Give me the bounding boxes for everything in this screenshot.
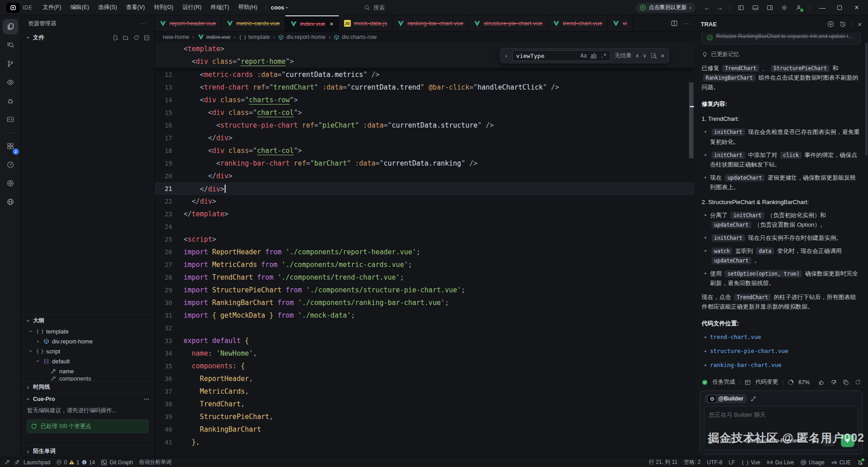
- code-line[interactable]: 15 <div class="chart-col">: [155, 106, 694, 119]
- expand-replace-icon[interactable]: ›: [505, 52, 508, 59]
- outline-item-div.report-home[interactable]: ›div.report-home: [21, 336, 154, 346]
- code-line[interactable]: 37 MetricCards,: [155, 385, 694, 398]
- sparkle-icon[interactable]: [811, 438, 817, 444]
- tab-vi[interactable]: vi: [608, 15, 632, 31]
- tab-structure-pie-chart.vue[interactable]: structure-pie-chart.vue: [469, 15, 548, 31]
- tab-mock-data.js[interactable]: JSmock-data.js: [339, 15, 393, 31]
- more-actions-icon[interactable]: ···: [140, 20, 147, 27]
- chevron-right-icon[interactable]: ›: [35, 338, 41, 344]
- activity-preview[interactable]: [3, 75, 18, 90]
- code-line[interactable]: 32: [155, 322, 694, 334]
- activity-search[interactable]: [3, 38, 18, 53]
- code-line[interactable]: 12 <metric-cards :data="currentData.metr…: [155, 68, 694, 81]
- toggle-sidebar-right-icon[interactable]: [764, 2, 776, 13]
- split-editor-icon[interactable]: [671, 20, 678, 27]
- code-line[interactable]: 34 name: 'NewHome',: [155, 347, 694, 360]
- file-link[interactable]: ranking-bar-chart.vue: [710, 361, 782, 370]
- notifications-bell-icon[interactable]: [857, 459, 863, 466]
- code-line[interactable]: 17 </div>: [155, 132, 694, 144]
- close-tab-icon[interactable]: ×: [330, 20, 333, 28]
- code-change-icon[interactable]: [745, 379, 751, 386]
- close-panel-icon[interactable]: ×: [858, 20, 862, 28]
- activity-source-control[interactable]: [3, 56, 18, 71]
- toggle-panel-bottom-icon[interactable]: [749, 2, 762, 13]
- toggle-sidebar-left-icon[interactable]: [735, 2, 747, 13]
- usage-button[interactable]: Usage: [800, 459, 825, 466]
- file-link[interactable]: structure-pie-chart.vue: [710, 347, 788, 356]
- next-match-icon[interactable]: ∨: [643, 52, 646, 59]
- code-line[interactable]: 20 </div>: [155, 170, 694, 182]
- cue-button[interactable]: CUE: [831, 459, 851, 466]
- account-icon[interactable]: [793, 2, 805, 13]
- outline-item-template[interactable]: ›{ }template: [21, 326, 154, 336]
- refresh-icon[interactable]: [133, 35, 139, 41]
- code-line[interactable]: 33export default {: [155, 334, 694, 347]
- new-file-icon[interactable]: [113, 35, 118, 41]
- outline-item-components[interactable]: components: [21, 376, 154, 381]
- activity-explorer[interactable]: [3, 19, 18, 34]
- code-line[interactable]: 14 <div class="charts-row">: [155, 94, 694, 106]
- back-button[interactable]: ←: [702, 4, 712, 11]
- problems-button[interactable]: 0 1 14: [56, 459, 95, 466]
- section-outline[interactable]: › 大纲: [21, 315, 154, 326]
- chat-textarea[interactable]: 您正在与 Builder 聊天 @ # Gemini-3-Pro-Preview…: [704, 406, 859, 450]
- model-selector[interactable]: Gemini-3-Pro-Preview ›: [745, 438, 805, 444]
- global-search[interactable]: 搜索: [359, 3, 389, 13]
- thumbs-down-icon[interactable]: [830, 379, 837, 386]
- close-find-icon[interactable]: ×: [661, 52, 665, 59]
- encoding[interactable]: UTF-8: [707, 459, 722, 466]
- code-line[interactable]: 40 RankingBarChart: [155, 423, 694, 436]
- agent-chip[interactable]: @Builder: [705, 394, 747, 403]
- code-line[interactable]: 35 components: {: [155, 360, 694, 372]
- mention-icon[interactable]: @: [708, 438, 714, 444]
- code-line[interactable]: 18 <div class="chart-col">: [155, 144, 694, 157]
- activity-settings-sync[interactable]: [3, 176, 18, 191]
- code-editor[interactable]: <template> <div class="report-home"> 12 …: [155, 43, 694, 457]
- copy-icon[interactable]: [843, 379, 849, 386]
- git-graph-button[interactable]: Git Graph: [101, 459, 133, 466]
- outline-item-script[interactable]: ›{ }script: [21, 346, 154, 356]
- regenerate-icon[interactable]: [855, 379, 861, 386]
- outline-item-name[interactable]: name: [21, 366, 154, 376]
- code-line[interactable]: 25<script>: [155, 233, 694, 246]
- code-line[interactable]: 30import RankingBarChart from './compone…: [155, 296, 694, 309]
- section-timeline[interactable]: › 时间线: [21, 381, 154, 393]
- regex-icon[interactable]: .*: [600, 52, 607, 59]
- file-link[interactable]: trend-chart.vue: [710, 333, 761, 342]
- code-line[interactable]: 29import StructurePieChart from './compo…: [155, 284, 694, 296]
- tab-report-header.vue[interactable]: report-header.vue: [155, 15, 222, 31]
- chevron-down-icon[interactable]: ›: [35, 358, 41, 364]
- collapse-all-icon[interactable]: [144, 35, 150, 41]
- minimize-button[interactable]: —: [815, 2, 830, 14]
- indentation[interactable]: 空格: 2: [684, 458, 700, 466]
- auto-analyze-button[interactable]: 自动分析单词: [139, 458, 171, 466]
- code-line[interactable]: 19 <ranking-bar-chart ref="barChart" :da…: [155, 157, 694, 170]
- code-line[interactable]: 21 </div>: [155, 182, 694, 195]
- code-line[interactable]: 23</template>: [155, 208, 694, 220]
- code-line[interactable]: 39 StructurePieChart,: [155, 410, 694, 423]
- tab-trend-chart.vue[interactable]: trend-chart.vue: [548, 15, 608, 31]
- activity-remote-window[interactable]: [3, 112, 18, 127]
- new-folder-icon[interactable]: [123, 35, 129, 41]
- code-change-label[interactable]: 代码变更: [755, 378, 778, 386]
- find-in-selection-icon[interactable]: [651, 52, 657, 59]
- code-line[interactable]: 31import { getMockData } from './mock-da…: [155, 309, 694, 322]
- menu-item[interactable]: 终端(T): [207, 2, 233, 13]
- find-input[interactable]: viewType Aa ab .*: [512, 50, 611, 61]
- activity-extensions[interactable]: 2: [3, 138, 18, 154]
- completed-task[interactable]: Refactor RankingBarChart to separate ini…: [702, 33, 861, 44]
- code-line[interactable]: 28import TrendChart from './components/t…: [155, 271, 694, 284]
- panel-scrollbar[interactable]: [865, 43, 868, 156]
- go-live-button[interactable]: Go Live: [767, 459, 794, 466]
- section-words[interactable]: › 陌生单词: [21, 445, 154, 457]
- menu-item[interactable]: 帮助(H): [234, 2, 261, 13]
- code-line[interactable]: 26import ReportHeader from './components…: [155, 246, 694, 258]
- code-line[interactable]: 27import MetricCards from './components/…: [155, 258, 694, 271]
- outline-item-default[interactable]: ›default: [21, 356, 154, 366]
- activity-browser[interactable]: [3, 194, 18, 210]
- menu-item[interactable]: 文件(F): [39, 2, 66, 13]
- code-line[interactable]: 38 TrendChart,: [155, 398, 694, 410]
- history-icon[interactable]: [840, 21, 846, 28]
- code-line[interactable]: 16 <structure-pie-chart ref="pieChart" :…: [155, 119, 694, 132]
- menu-item[interactable]: 转到(G): [150, 2, 178, 13]
